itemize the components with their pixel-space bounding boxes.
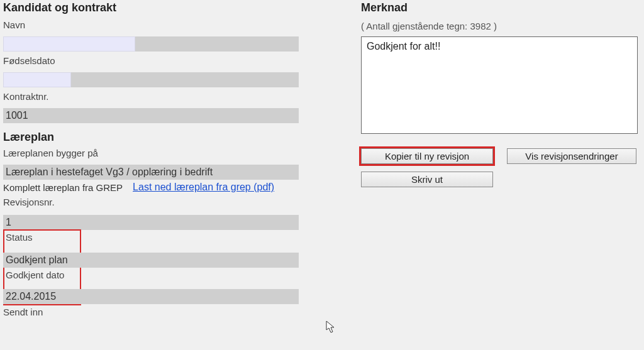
kandidat-heading: Kandidat og kontrakt [3, 1, 301, 14]
merknad-heading: Merknad [361, 1, 638, 14]
status-label: Status [6, 232, 80, 243]
kopier-til-ny-revisjon-button[interactable]: Kopier til ny revisjon [361, 148, 493, 164]
status-value: Godkjent plan [6, 254, 68, 266]
status-field: Godkjent plan [3, 253, 299, 268]
merknad-textarea[interactable] [361, 36, 638, 134]
navn-label: Navn [3, 19, 301, 30]
grep-text: Komplett læreplan fra GREP [3, 182, 123, 193]
lareplan-field: Læreplan i hestefaget Vg3 / opplæring i … [3, 165, 299, 180]
godkjent-dato-field: 22.04.2015 [3, 289, 299, 304]
revisjonsnr-field: 1 [3, 215, 299, 230]
download-lareplan-link[interactable]: Last ned læreplan fra grep (pdf) [133, 182, 274, 193]
revisjonsnr-label: Revisjonsnr. [3, 197, 301, 207]
status-highlight-box: Status Godkjent plan Godkjent dato 22.04… [3, 229, 81, 305]
revisjonsnr-value: 1 [6, 217, 11, 228]
navn-field [3, 36, 299, 52]
kontraktnr-field: 1001 [3, 108, 299, 123]
lareplan-bygger-label: Læreplanen bygger på [3, 148, 301, 158]
sendt-inn-label: Sendt inn [3, 307, 301, 317]
godkjent-dato-value: 22.04.2015 [6, 291, 56, 302]
fodselsdato-field [3, 72, 299, 87]
kontraktnr-value: 1001 [6, 110, 28, 121]
lareplan-heading: Læreplan [3, 131, 301, 144]
char-count-text: ( Antall gjenstående tegn: 3982 ) [361, 21, 638, 31]
vis-revisjonsendringer-button[interactable]: Vis revisjonsendringer [507, 148, 636, 164]
kontraktnr-label: Kontraktnr. [3, 91, 301, 102]
skriv-ut-button[interactable]: Skriv ut [361, 172, 493, 187]
lareplan-value: Læreplan i hestefaget Vg3 / opplæring i … [6, 167, 213, 178]
cursor-icon [326, 320, 337, 334]
fodselsdato-label: Fødselsdato [3, 55, 301, 66]
godkjent-dato-label: Godkjent dato [6, 270, 80, 280]
